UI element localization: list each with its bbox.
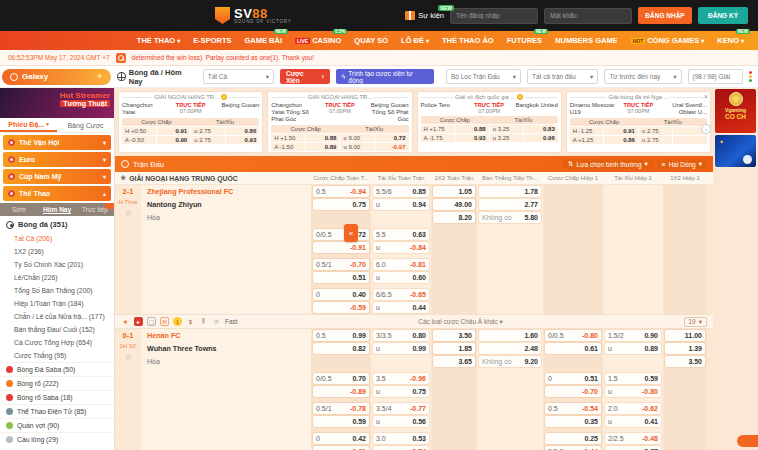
chart-icon[interactable]: ⫼ — [199, 317, 208, 326]
sidebar-filter-item[interactable]: Bàn thắng Đầu/ Cuối (152) — [0, 323, 114, 336]
video-icon[interactable]: ▸ — [134, 317, 143, 326]
odds-cell[interactable]: -0.59 — [313, 302, 369, 313]
promo-banner[interactable]: Hot Streamer Tường Thuật — [0, 88, 114, 118]
featured-match-card[interactable]: GIẢI NGOẠI HẠNG TR...Changchun Yatai Tổn… — [267, 91, 412, 153]
sidebar-filter-item[interactable]: Cá Cược Tổng Hợp (654) — [0, 336, 114, 349]
nav-item-casino[interactable]: LIVECASINO0.5% — [295, 36, 341, 45]
odds-cell[interactable]: 0.50.99 — [313, 330, 369, 341]
odds-cell[interactable]: 3.65 — [433, 356, 475, 367]
auto-parlay-button[interactable]: ϟTrình tạo cược xiên tự động — [336, 69, 434, 84]
market-filter-select[interactable]: Tất Cả▾ — [203, 69, 274, 84]
away-team-name[interactable]: Nantong Zhiyun — [147, 198, 307, 211]
time-range-select[interactable]: Từ trước đến nay▾ — [604, 69, 681, 84]
odds-cell[interactable]: 0.5-0.54 — [545, 403, 601, 414]
odds-cell[interactable]: 0.5-0.94 — [313, 186, 369, 197]
sidebar-filter-item[interactable]: Lẻ/Chẵn (226) — [0, 271, 114, 284]
odds-cell[interactable]: 0.25 — [545, 433, 601, 444]
accordion-copa-trophy[interactable]: Cúp Nam Mỹ▾ — [3, 169, 111, 184]
match-filter-select[interactable]: Bộ Lọc Trận Đấu▾ — [446, 69, 521, 84]
home-team-name[interactable]: Henan FC — [147, 329, 307, 342]
card-odds-row[interactable]: A +1.250.86u 2.75 — [570, 136, 707, 144]
subtab-h-m-nay[interactable]: Hôm Nay — [38, 206, 76, 213]
galaxy-button[interactable]: Galaxy ✦ — [2, 69, 111, 85]
favorite-star-icon[interactable]: ★ — [121, 317, 130, 326]
odds-cell[interactable]: 2.48 — [479, 343, 541, 354]
card-odds-row[interactable]: H -1.250.91o 2.75 — [570, 127, 707, 135]
odds-cell[interactable]: 2.0-0.62 — [605, 403, 661, 414]
nav-item-c-ng-games[interactable]: HOTCỔNG GAMES▾ — [631, 36, 705, 45]
odds-cell[interactable]: 00.40 — [313, 289, 369, 300]
odds-cell[interactable]: 3.5/4-0.77 — [373, 403, 429, 414]
featured-match-card[interactable]: GIẢI NGOẠI HẠNG TR...Changchun YataiTRỰC… — [118, 91, 263, 153]
card-odds-row[interactable]: H +1.750.88o 3.250.83 — [421, 125, 558, 133]
sidebar-item-th-thao-i-n-t-[interactable]: Thể Thao Điện Tử (85) — [0, 404, 114, 418]
odds-cell[interactable]: u0.89 — [605, 343, 661, 354]
sidebar-filter-item[interactable]: Tỷ Số Chính Xác (201) — [0, 258, 114, 271]
odds-cell[interactable]: 00.51 — [545, 373, 601, 384]
more-asian-bets-dropdown[interactable]: Các loại cược Châu Á khác ▾ — [242, 318, 680, 326]
odds-cell[interactable]: 3.50 — [433, 330, 475, 341]
favorite-star-icon[interactable]: ☆ — [124, 209, 131, 218]
event-link[interactable]: Sự kiện NEW — [405, 11, 444, 20]
odds-cell[interactable]: 2.77 — [479, 199, 541, 210]
sidebar-filter-item[interactable]: Cược Thắng (95) — [0, 349, 114, 362]
odds-cell[interactable]: u0.75 — [373, 386, 429, 397]
odds-cell[interactable]: 1.50.59 — [605, 373, 661, 384]
sidebar-filter-item[interactable]: Hiệp 1/Toàn Trận (184) — [0, 297, 114, 310]
odds-cell[interactable]: -0.89 — [313, 386, 369, 397]
nav-item-th-thao-o[interactable]: THỂ THAO ẢO — [442, 36, 494, 45]
odds-cell[interactable]: 3.5-0.96 — [373, 373, 429, 384]
logo[interactable]: SV88 SOUND OF VICTORY — [215, 7, 292, 25]
odds-cell[interactable]: u0.41 — [605, 416, 661, 427]
close-icon[interactable]: × — [704, 93, 708, 100]
accordion-sports-ball[interactable]: Thể Thao▴ — [3, 186, 111, 201]
password-input[interactable] — [544, 8, 632, 24]
card-odds-row[interactable]: H +1.500.88o 9.000.72 — [271, 134, 408, 142]
nav-item-th-thao[interactable]: THỂ THAO▾ — [137, 36, 180, 45]
odds-cell[interactable]: 0.75 — [313, 199, 369, 210]
sidebar-item-b-ng-r-saba[interactable]: Bóng rổ Saba (18) — [0, 390, 114, 404]
odds-cell[interactable]: 0/0.50.70 — [313, 373, 369, 384]
favorite-star-icon[interactable]: ☆ — [124, 353, 131, 362]
odds-cell[interactable]: 49.00 — [433, 199, 475, 210]
odds-cell[interactable]: 0.59 — [313, 416, 369, 427]
tab-bet-board[interactable]: Bảng Cược — [57, 118, 114, 132]
odds-cell[interactable]: -0.61 — [313, 446, 369, 450]
tab-bet-slip[interactable]: Phiếu Đặ...▾ — [0, 118, 57, 132]
odds-cell[interactable]: 3.50 — [665, 356, 705, 367]
odds-cell[interactable]: 3.00.53 — [373, 433, 429, 444]
odds-cell[interactable]: 0.82 — [313, 343, 369, 354]
odds-cell[interactable]: 8.20 — [433, 212, 475, 223]
announcement-icon[interactable] — [116, 53, 126, 63]
rows-mode-select[interactable]: ≡Hai Dòng▾ — [657, 159, 707, 169]
nav-item-keno[interactable]: KENO▾NEW — [717, 36, 744, 45]
odds-cell[interactable]: 1.39 — [665, 343, 705, 354]
odds-cell[interactable]: 00.42 — [313, 433, 369, 444]
league-star-icon[interactable]: ★ — [120, 174, 126, 182]
view-mode-select[interactable]: ⇅Lựa chọn bình thường▾ — [563, 159, 653, 169]
odds-cell[interactable]: 0.5/1-0.70 — [313, 259, 369, 270]
away-team-name[interactable]: Wuhan Three Towns — [147, 342, 307, 355]
nav-item-quay-s-[interactable]: QUAY SỐ — [354, 36, 388, 45]
vgaming-banner[interactable]: Vgaming CO CH — [715, 89, 756, 133]
odds-cell[interactable]: 3/3.50.80 — [373, 330, 429, 341]
card-odds-row[interactable]: A -1.500.89u 9.00-0.97 — [271, 143, 408, 151]
market-count-select[interactable]: 19▾ — [684, 317, 708, 327]
odds-cell[interactable]: 1.5/20.90 — [605, 330, 661, 341]
odds-cell[interactable]: 5.50.63 — [373, 229, 429, 240]
odds-cell[interactable]: u-0.80 — [605, 386, 661, 397]
odds-cell[interactable]: 2/2.5-0.48 — [605, 433, 661, 444]
sidebar-item-b-ng-saba[interactable]: Bóng Đá Saba (50) — [0, 362, 114, 376]
username-input[interactable] — [450, 8, 538, 24]
odds-cell[interactable]: 5.5/60.85 — [373, 186, 429, 197]
card-odds-row[interactable]: H +0.500.91o 2.750.86 — [122, 127, 259, 135]
odds-cell[interactable]: u0.99 — [373, 343, 429, 354]
odds-cell[interactable]: 0/0.50.72 — [313, 229, 369, 240]
nav-item-futures[interactable]: FUTURESNEW — [507, 36, 542, 45]
login-button[interactable]: ĐĂNG NHẬP — [638, 7, 692, 24]
collapse-odds-columns-button[interactable]: « — [344, 224, 358, 242]
dollar-icon[interactable]: $ — [186, 317, 195, 326]
all-matches-select[interactable]: Tất cả trận đấu▾ — [527, 69, 598, 84]
home-team-name[interactable]: Zhejiang Professional FC — [147, 185, 307, 198]
mail-icon[interactable]: ✉ — [160, 317, 169, 326]
